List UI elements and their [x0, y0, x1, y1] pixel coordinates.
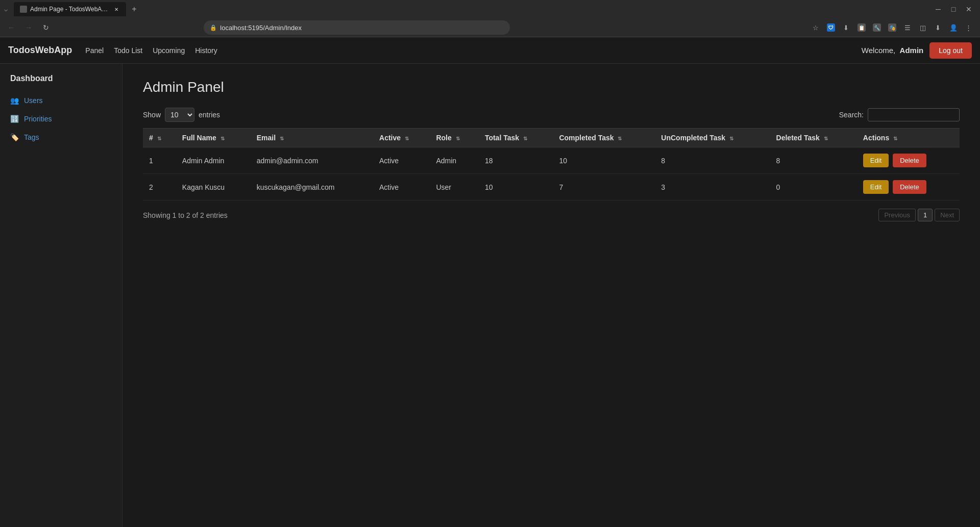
download-icon-button[interactable]: ⬇ — [839, 20, 853, 35]
sidebar-item-users[interactable]: 👥 Users — [0, 91, 122, 110]
tab-title: Admin Page - TodosWebApp.W... — [30, 6, 110, 13]
sidebar-item-priorities[interactable]: 🔢 Priorities — [0, 110, 122, 128]
col-num[interactable]: # ⇅ — [143, 129, 176, 147]
col-active[interactable]: Active ⇅ — [373, 129, 430, 147]
previous-page-button[interactable]: Previous — [878, 209, 916, 221]
next-page-button[interactable]: Next — [935, 209, 960, 221]
edit-button-1[interactable]: Edit — [863, 154, 889, 167]
menu-button[interactable]: ⋮ — [962, 20, 976, 35]
browser-download-button[interactable]: ⬇ — [931, 20, 945, 35]
sort-icon-name: ⇅ — [220, 136, 225, 141]
col-deleted-task-label: Deleted Task — [776, 134, 820, 142]
col-email[interactable]: Email ⇅ — [251, 129, 373, 147]
nav-upcoming[interactable]: Upcoming — [152, 44, 186, 57]
cell-num: 2 — [143, 174, 176, 200]
toolbar-icons: ☆ 🛡 ⬇ 📋 🔧 🎭 ☰ ◫ ⬇ 👤 ⋮ — [808, 20, 976, 35]
sort-icon-uncompleted: ⇅ — [729, 136, 733, 141]
col-uncompleted-task[interactable]: UnCompleted Task ⇅ — [655, 129, 770, 147]
cell-deleted-task: 8 — [770, 147, 857, 174]
col-active-label: Active — [379, 134, 401, 142]
col-full-name[interactable]: Full Name ⇅ — [176, 129, 251, 147]
col-actions-label: Actions — [863, 134, 889, 142]
search-label: Search: — [839, 111, 864, 119]
pagination-row: Showing 1 to 2 of 2 entries Previous 1 N… — [143, 209, 960, 221]
logout-button[interactable]: Log out — [929, 42, 972, 59]
new-tab-button[interactable]: + — [128, 3, 140, 15]
col-deleted-task[interactable]: Deleted Task ⇅ — [770, 129, 857, 147]
col-uncompleted-task-label: UnCompleted Task — [661, 134, 725, 142]
shield-icon-button[interactable]: 🛡 — [824, 20, 838, 35]
navbar: TodosWebApp Panel Todo List Upcoming His… — [0, 37, 980, 64]
forward-button[interactable]: → — [21, 20, 36, 35]
sort-icon-num: ⇅ — [157, 136, 161, 141]
entries-select[interactable]: 10 25 50 100 — [165, 108, 194, 122]
back-button[interactable]: ← — [4, 20, 18, 35]
minimize-button[interactable]: ─ — [931, 2, 945, 16]
brand-link[interactable]: TodosWebApp — [8, 45, 72, 56]
delete-button-2[interactable]: Delete — [893, 180, 926, 194]
table-body: 1 Admin Admin admin@admin.com Active Adm… — [143, 147, 960, 200]
sort-icon-active: ⇅ — [405, 136, 409, 141]
cell-actions: Edit Delete — [857, 174, 960, 200]
tab-list-icon[interactable]: ⌵ — [4, 6, 8, 13]
col-actions[interactable]: Actions ⇅ — [857, 129, 960, 147]
sidebar-title: Dashboard — [0, 74, 122, 91]
account-button[interactable]: 👤 — [946, 20, 961, 35]
cell-total-task: 10 — [479, 174, 553, 200]
col-num-label: # — [149, 134, 153, 142]
close-window-button[interactable]: ✕ — [962, 2, 976, 16]
cell-uncompleted-task: 8 — [655, 147, 770, 174]
col-total-task[interactable]: Total Task ⇅ — [479, 129, 553, 147]
header-row: # ⇅ Full Name ⇅ Email ⇅ Active — [143, 129, 960, 147]
search-input[interactable] — [868, 108, 960, 121]
show-entries-control: Show 10 25 50 100 entries — [143, 108, 220, 122]
address-bar: ← → ↻ 🔒 localhost:5195/Admin/Index ☆ 🛡 ⬇… — [0, 18, 980, 37]
nav-todo-list[interactable]: Todo List — [113, 44, 143, 57]
col-role[interactable]: Role ⇅ — [430, 129, 478, 147]
tab-close-button[interactable]: ✕ — [113, 6, 120, 13]
col-completed-task[interactable]: Completed Task ⇅ — [553, 129, 655, 147]
cell-role: User — [430, 174, 478, 200]
sidebar-toggle-button[interactable]: ◫ — [916, 20, 930, 35]
show-label: Show — [143, 111, 161, 119]
nav-panel[interactable]: Panel — [84, 44, 105, 57]
sort-icon-actions: ⇅ — [893, 136, 897, 141]
reader-mode-button[interactable]: ☰ — [900, 20, 915, 35]
active-tab[interactable]: Admin Page - TodosWebApp.W... ✕ — [14, 2, 126, 16]
nav-history[interactable]: History — [194, 44, 218, 57]
restore-button[interactable]: □ — [946, 2, 961, 16]
welcome-text: Welcome, Admin — [862, 46, 923, 55]
sort-icon-total: ⇅ — [523, 136, 527, 141]
edit-button-2[interactable]: Edit — [863, 180, 889, 194]
sidebar-item-tags[interactable]: 🏷️ Tags — [0, 128, 122, 146]
app-wrapper: TodosWebApp Panel Todo List Upcoming His… — [0, 37, 980, 527]
ext1-button[interactable]: 📋 — [854, 20, 869, 35]
url-bar[interactable]: 🔒 localhost:5195/Admin/Index — [204, 20, 510, 35]
col-email-label: Email — [257, 134, 276, 142]
page-title: Admin Panel — [143, 79, 960, 95]
sort-icon-email: ⇅ — [280, 136, 284, 141]
tab-favicon — [20, 6, 27, 13]
reload-button[interactable]: ↻ — [39, 20, 53, 35]
sidebar: Dashboard 👥 Users 🔢 Priorities 🏷️ Tags — [0, 64, 122, 527]
ext1-badge: 📋 — [857, 23, 866, 32]
cell-uncompleted-task: 3 — [655, 174, 770, 200]
welcome-prefix: Welcome, — [862, 46, 895, 55]
cell-full-name: Kagan Kuscu — [176, 174, 251, 200]
entries-label: entries — [199, 111, 220, 119]
ext2-button[interactable]: 🔧 — [870, 20, 884, 35]
ext3-button[interactable]: 🎭 — [885, 20, 899, 35]
table-row: 1 Admin Admin admin@admin.com Active Adm… — [143, 147, 960, 174]
page-1-button[interactable]: 1 — [918, 209, 933, 221]
ext2-badge: 🔧 — [873, 23, 881, 32]
url-text: localhost:5195/Admin/Index — [220, 24, 504, 32]
bookmark-star-button[interactable]: ☆ — [808, 20, 823, 35]
table-controls: Show 10 25 50 100 entries Search: — [143, 108, 960, 122]
sort-icon-completed: ⇅ — [618, 136, 622, 141]
delete-button-1[interactable]: Delete — [893, 154, 926, 167]
ext3-badge: 🎭 — [888, 23, 896, 32]
search-container: Search: — [839, 108, 960, 121]
cell-active: Active — [373, 147, 430, 174]
cell-num: 1 — [143, 147, 176, 174]
cell-deleted-task: 0 — [770, 174, 857, 200]
